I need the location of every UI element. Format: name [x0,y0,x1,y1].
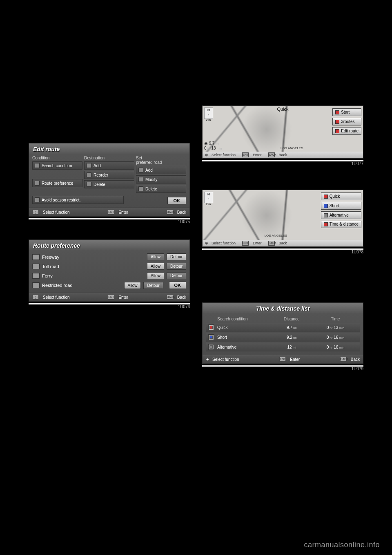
spacer [29,25,190,143]
color-box-icon [324,204,328,208]
panel-footer: ◦ ¦ ◦ Select function ENT Enter BACK Bac… [29,293,189,301]
label: Freeway [42,255,145,260]
panel-footer: ◦ ¦ ◦ Select function ENT Enter BACK Bac… [29,208,189,216]
figure-caption: 1U077 [202,161,363,166]
footer-select: Select function [212,241,236,245]
table-row[interactable]: Short 9.2mi 0hr 16min [206,333,360,342]
table-row[interactable]: Alternative 12mi 0hr 16min [206,342,360,351]
enter-icon: ENT [279,357,286,362]
checkbox-icon [138,186,143,191]
quick-route-button[interactable]: Quick [321,192,361,200]
edit-route-button[interactable]: Edit route [332,127,361,135]
row-name: Quick [217,325,270,330]
table-header: Search condition Distance Time [206,315,360,323]
detour-button[interactable]: Detour [167,272,186,279]
footer-select: Select function [212,357,239,362]
back-icon: BACK [167,210,173,215]
footer-back: Back [279,241,287,245]
map-title: Quick [277,107,288,112]
pref-row-ferry: Ferry Allow Detour [32,271,186,280]
figure-caption: 1U078 [202,250,363,254]
color-box-icon [208,324,214,330]
watermark: carmanualsonline.info [304,541,380,549]
label: Edit route [341,129,359,133]
checkbox-icon [138,177,143,182]
spacer [202,25,363,105]
figure-caption: 1U079 [202,367,363,371]
enter-icon: ENT [242,152,249,157]
label: Ferry [42,273,145,278]
detour-button[interactable]: Detour [143,282,163,289]
footer-back: Back [279,153,287,157]
destination-add-button[interactable]: Add [84,161,134,170]
label: Add [94,163,101,168]
label: Route preference [42,181,73,186]
city-label: LOS ANGELES [281,146,303,150]
figure-caption: 1U076 [29,304,190,309]
start-button[interactable]: Start [332,108,361,116]
allow-button[interactable]: Allow [147,272,164,279]
map-quick-panel: N ↑ 2 mi Quick Start 3routes Edit route [202,105,363,159]
footer-enter: Enter [253,153,262,157]
row-time: 0hr 16min [314,335,357,340]
pref-row-restricted: Restricted road Allow Detour OK [32,280,186,290]
search-condition-button[interactable]: Search condition [32,161,82,170]
ferry-icon [32,273,40,279]
label: Toll road [42,264,145,269]
route-preference-button[interactable]: Route preference [32,179,82,187]
allow-button[interactable]: Allow [147,253,164,260]
footer-enter: Enter [290,357,300,362]
detour-button[interactable]: Detour [167,263,186,270]
destination-header: Destination [84,156,134,160]
panel-footer: ⊕ Select function ENT Enter BACK Back [203,152,363,158]
ok-button[interactable]: OK [169,282,187,289]
compass-icon: N ↑ 2 mi [204,192,213,203]
preferred-road-header: Set preferred road [136,156,186,165]
preferred-add-button[interactable]: Add [136,166,186,174]
row-name: Alternative [217,345,270,349]
compass-scale: 2 mi [205,118,213,123]
label: Start [341,110,350,114]
label: Time & distance [330,222,359,226]
toll-icon [32,264,40,269]
preferred-modify-button[interactable]: Modify [136,175,186,184]
compass-n: N [205,192,213,197]
label: 3routes [341,119,354,124]
footer-select: Select function [43,210,70,215]
header-time: Time [314,317,357,321]
allow-button[interactable]: Allow [147,263,164,270]
table-row[interactable]: Quick 9.7mi 0hr 13min [206,323,360,332]
map-routes-panel: N ↑ 2 mi Quick Short Alternative [202,190,363,247]
label: Add [145,168,153,172]
detour-button[interactable]: Detour [167,253,186,260]
allow-button[interactable]: Allow [124,282,141,289]
pref-row-toll: Toll road Allow Detour [32,262,186,271]
panel-title: Edit route [29,143,189,154]
panel-footer: ✦ Select function ENT Enter BACK Back [203,355,363,363]
distance-time-readout: ◉ 9.7mi 0hr 13min [204,141,222,151]
label: Search condition [42,163,72,168]
time-distance-button[interactable]: Time & distance [321,221,361,228]
freeway-icon [32,254,40,260]
label: Modify [145,177,157,182]
three-routes-button[interactable]: 3routes [332,118,361,125]
edit-route-panel: Edit route Condition Search condition Ro… [29,143,190,217]
ok-button[interactable]: OK [167,197,187,204]
footer-enter: Enter [253,241,262,245]
label: Short [330,204,339,208]
avoid-season-button[interactable]: Avoid season restrict. [32,196,124,204]
back-icon: BACK [340,357,347,362]
row-distance: 12mi [270,345,314,349]
back-icon: BACK [167,295,173,300]
destination-reorder-button[interactable]: Reorder [84,171,134,179]
alternative-route-button[interactable]: Alternative [321,211,361,219]
short-route-button[interactable]: Short [321,202,361,210]
footer-select: Select function [43,295,70,300]
destination-delete-button[interactable]: Delete [84,180,134,188]
checkbox-icon [87,182,91,187]
checkbox-icon [35,163,40,168]
preferred-delete-button[interactable]: Delete [136,185,186,193]
label: Reorder [94,173,108,177]
compass-scale: 2 mi [205,202,213,207]
footer-enter: Enter [118,295,128,300]
